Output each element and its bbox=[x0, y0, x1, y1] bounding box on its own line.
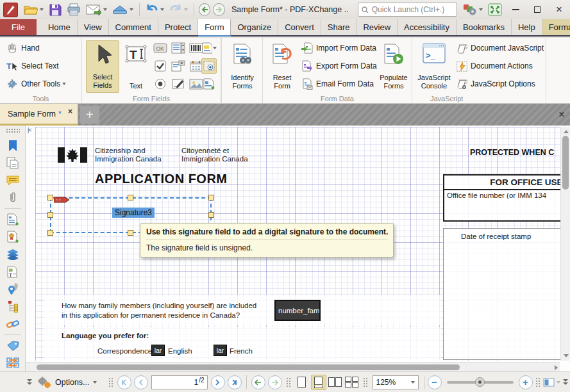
nav-back-button[interactable] bbox=[199, 3, 211, 16]
populate-forms-button[interactable]: PopulateForms bbox=[377, 40, 410, 93]
options-dropdown-icon[interactable] bbox=[93, 381, 97, 384]
reset-form-button[interactable]: ResetForm bbox=[265, 40, 299, 93]
tab-organize[interactable]: Organize bbox=[231, 19, 278, 35]
horizontal-scroll-thumb[interactable] bbox=[37, 364, 460, 370]
field-style-dropdown-icon[interactable] bbox=[213, 47, 217, 49]
document-tab-active[interactable]: Sample Form * × bbox=[0, 104, 78, 126]
expand-statusbar-button[interactable] bbox=[563, 379, 568, 386]
tab-help[interactable]: Help bbox=[512, 19, 542, 35]
email-button[interactable] bbox=[84, 1, 109, 18]
select-text-button[interactable]: T Select Text bbox=[6, 58, 58, 74]
zoom-out-button[interactable]: − bbox=[428, 375, 442, 389]
tab-format[interactable]: Format bbox=[542, 19, 570, 35]
scroll-right-icon[interactable] bbox=[555, 365, 558, 370]
fullscreen-button[interactable] bbox=[486, 1, 504, 18]
email-dropdown-icon[interactable] bbox=[103, 8, 107, 11]
zoom-in-button[interactable]: + bbox=[519, 375, 533, 389]
javascript-console-button[interactable]: >_ JavaScriptConsole bbox=[415, 40, 453, 93]
ui-options-dropdown-icon[interactable] bbox=[479, 8, 483, 11]
view-mode-dropdown-icon[interactable] bbox=[557, 381, 560, 384]
two-page-continuous-layout-button[interactable] bbox=[344, 375, 360, 390]
signatures-pane-button[interactable] bbox=[3, 229, 22, 245]
resize-handle-ne[interactable] bbox=[208, 195, 214, 200]
dropdown-field-button[interactable] bbox=[171, 58, 186, 74]
scroll-up-icon[interactable] bbox=[564, 130, 569, 133]
open-dropdown-icon[interactable] bbox=[40, 8, 44, 11]
close-document-button[interactable]: × bbox=[553, 104, 570, 126]
signature-field-button[interactable] bbox=[171, 76, 186, 92]
number-family-field[interactable]: number_fam bbox=[274, 300, 321, 321]
lang-english-checkbox[interactable]: lar bbox=[151, 345, 165, 356]
nav-forward-button[interactable] bbox=[213, 3, 225, 16]
tab-review[interactable]: Review bbox=[356, 19, 398, 35]
layers-pane-button[interactable] bbox=[3, 246, 22, 263]
field-style-button[interactable] bbox=[201, 40, 217, 56]
zoom-dropdown-icon[interactable] bbox=[411, 381, 415, 384]
next-view-button[interactable] bbox=[268, 375, 282, 389]
attachments-pane-button[interactable] bbox=[3, 190, 22, 206]
content-pane-button[interactable]: T bbox=[3, 263, 22, 280]
structure-pane-button[interactable] bbox=[3, 298, 22, 314]
push-button-field-button[interactable]: OK bbox=[153, 40, 168, 56]
thumbnails-pane-button[interactable] bbox=[3, 154, 22, 171]
tab-comment[interactable]: Comment bbox=[109, 19, 158, 35]
identify-forms-button[interactable]: IdentifyForms bbox=[226, 40, 259, 93]
first-page-button[interactable] bbox=[117, 375, 131, 389]
highlight-fields-toggle[interactable] bbox=[201, 58, 217, 74]
print-button[interactable] bbox=[65, 1, 83, 18]
redo-button[interactable] bbox=[167, 1, 190, 18]
collapse-statusbar-button[interactable] bbox=[27, 379, 32, 386]
other-tools-dropdown-icon[interactable] bbox=[62, 83, 66, 85]
scan-button[interactable] bbox=[110, 1, 135, 18]
scan-dropdown-icon[interactable] bbox=[130, 8, 133, 11]
view-mode-button[interactable] bbox=[543, 378, 560, 387]
last-page-button[interactable] bbox=[228, 375, 242, 389]
list-box-field-button[interactable] bbox=[171, 40, 186, 56]
next-page-button[interactable] bbox=[211, 375, 225, 389]
undo-dropdown-icon[interactable] bbox=[160, 8, 164, 11]
resize-handle-e[interactable] bbox=[208, 212, 214, 218]
export-form-data-button[interactable]: Export Form Data bbox=[301, 58, 377, 74]
links-pane-button[interactable] bbox=[3, 316, 22, 332]
zoom-slider-handle[interactable] bbox=[475, 377, 485, 387]
text-field-button[interactable]: T Text bbox=[122, 40, 150, 93]
tab-accessibility[interactable]: Accessibility bbox=[398, 19, 457, 35]
page-number-input[interactable]: 1 /2 bbox=[151, 375, 208, 389]
save-button[interactable] bbox=[47, 1, 63, 18]
resize-handle-s[interactable] bbox=[128, 230, 133, 236]
zoom-slider[interactable] bbox=[447, 381, 514, 384]
scroll-down-icon[interactable] bbox=[564, 354, 569, 357]
new-tab-button[interactable]: + bbox=[80, 106, 99, 124]
tab-view[interactable]: View bbox=[78, 19, 109, 35]
document-actions-button[interactable]: Document Actions bbox=[456, 58, 533, 74]
import-form-data-button[interactable]: Import Form Data bbox=[301, 40, 376, 56]
other-tools-button[interactable]: Other Tools bbox=[6, 76, 66, 92]
document-javascript-button[interactable]: Document JavaScript bbox=[456, 40, 544, 56]
vertical-scrollbar[interactable] bbox=[560, 127, 570, 361]
resize-handle-sw[interactable] bbox=[47, 230, 53, 236]
close-button[interactable]: × bbox=[548, 1, 570, 18]
quick-launch-input[interactable]: Quick Launch (Ctrl+.) bbox=[358, 3, 457, 17]
z-order-pane-button[interactable] bbox=[3, 354, 22, 371]
open-button[interactable] bbox=[22, 1, 46, 18]
tab-convert[interactable]: Convert bbox=[278, 19, 321, 35]
tab-form[interactable]: Form bbox=[198, 19, 231, 35]
tab-bookmarks[interactable]: Bookmarks bbox=[457, 19, 512, 35]
check-box-field-button[interactable] bbox=[153, 58, 168, 74]
tab-file[interactable]: File bbox=[0, 19, 37, 35]
comments-pane-button[interactable] bbox=[3, 172, 22, 189]
tab-close-icon[interactable]: × bbox=[68, 107, 72, 116]
sidebar-grip[interactable] bbox=[6, 128, 20, 133]
hand-tool-button[interactable]: Hand bbox=[6, 40, 40, 56]
resize-handle-w[interactable] bbox=[47, 212, 53, 218]
lang-french-checkbox[interactable]: lar bbox=[214, 345, 227, 356]
zoom-level-select[interactable]: 125% bbox=[373, 375, 419, 389]
tab-share[interactable]: Share bbox=[321, 19, 357, 35]
resize-handle-n[interactable] bbox=[128, 195, 133, 200]
resize-handle-nw[interactable] bbox=[47, 195, 53, 200]
email-form-data-button[interactable]: Email Form Data bbox=[301, 76, 374, 92]
minimize-button[interactable] bbox=[505, 1, 526, 18]
two-page-layout-button[interactable] bbox=[328, 375, 343, 390]
pane-collapse-handle[interactable]: |< bbox=[28, 127, 31, 133]
single-page-layout-button[interactable] bbox=[294, 375, 310, 390]
